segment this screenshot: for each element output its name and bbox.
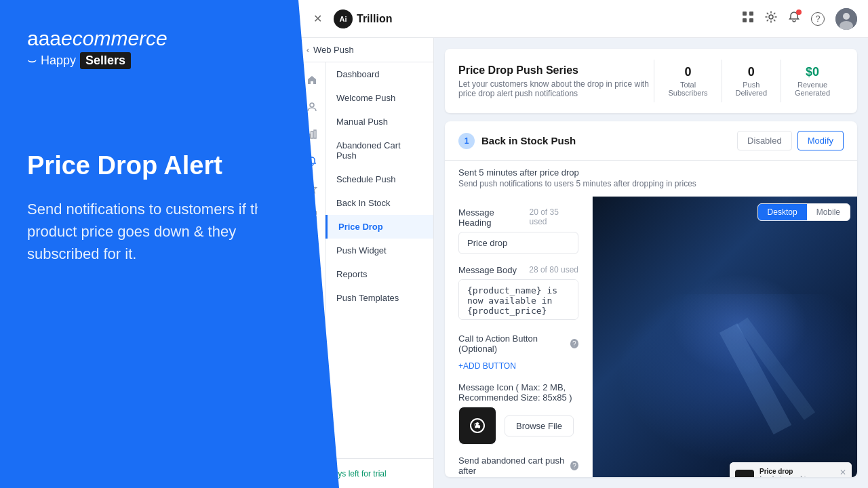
header-card: Price Drop Push Series Let your customer… (445, 49, 857, 113)
top-bar-icons: ? (742, 8, 857, 30)
cta-info-icon[interactable]: ? (570, 339, 578, 348)
browse-file-button[interactable]: Browse File (505, 415, 574, 436)
push-card: 1 Back in Stock Push Disabled Modify Sen… (445, 121, 857, 477)
message-heading-input[interactable] (458, 232, 578, 254)
main-content: ‹ Web Push (298, 38, 868, 488)
message-body-label: Message Body (458, 265, 517, 275)
disabled-button[interactable]: Disabled (737, 131, 792, 150)
sidebar-item-back-in-stock[interactable]: Back In Stock (326, 191, 433, 215)
sidebar-item-abandoned-cart-push[interactable]: Abandoned Cart Push (326, 134, 433, 167)
push-card-title: 1 Back in Stock Push (458, 133, 576, 149)
sidebar-item-welcome-push[interactable]: Welcome Push (326, 86, 433, 110)
brand-aaa: aaa (27, 27, 61, 50)
stat-subscribers: 0 Total Subscribers (654, 60, 721, 102)
hero-description: Send notifications to customers if the p… (27, 198, 271, 265)
close-button[interactable]: ✕ (309, 11, 326, 27)
abandoned-info-icon[interactable]: ? (570, 461, 578, 470)
svg-rect-0 (743, 12, 747, 16)
web-push-button[interactable]: ‹ Web Push (298, 38, 433, 62)
form-group-icon: Message Icon ( Max: 2 MB, Recommended Si… (458, 382, 578, 445)
preview-tabs: Desktop Mobile (757, 203, 850, 221)
svg-rect-11 (314, 130, 316, 138)
header-stats: 0 Total Subscribers 0 Push Delivered $0 … (654, 60, 844, 102)
sidebar-item-price-drop[interactable]: Price Drop (326, 215, 433, 239)
sidebar-item-reports[interactable]: Reports (326, 262, 433, 286)
push-card-actions: Disabled Modify (737, 131, 844, 150)
modify-button[interactable]: Modify (797, 131, 844, 150)
push-notification: % Price drop {product_name} is now avail… (730, 462, 852, 477)
stat-delivered-label: Push Delivered (736, 81, 767, 97)
sidebar-menu: Dashboard Welcome Push Manual Push Aband… (326, 62, 433, 458)
top-bar: ✕ Ai Trillion (298, 0, 868, 38)
stat-subscribers-value: 0 (668, 65, 707, 79)
ai-logo-text: Ai (340, 15, 347, 23)
message-heading-label: Message Heading (458, 207, 529, 228)
ai-trillion-logo: Ai Trillion (334, 9, 392, 28)
svg-rect-3 (749, 18, 753, 22)
bell-icon[interactable] (788, 11, 800, 26)
sidebar-item-dashboard[interactable]: Dashboard (326, 62, 433, 86)
close-icon: ✕ (313, 12, 322, 25)
push-card-body: Message Heading 20 of 35 used Message Bo… (445, 197, 857, 477)
push-notif-close-icon[interactable]: ✕ (840, 468, 846, 477)
avatar[interactable] (835, 8, 857, 30)
cta-label-text: Call to Action Button (Optional) (458, 333, 566, 354)
brand-smile: ⌣ (27, 52, 37, 69)
desktop-glow (672, 274, 808, 375)
add-button-link[interactable]: +ADD BUTTON (458, 361, 516, 371)
stat-delivered: 0 Push Delivered (722, 60, 781, 102)
push-card-subtitle: Sent 5 minutes after price drop (445, 161, 857, 179)
left-panel: aaa ecommerce ⌣ Happy Sellers Price Drop… (0, 0, 298, 488)
brand-happy: Happy (41, 54, 76, 68)
settings-icon[interactable] (765, 11, 777, 26)
push-card-title-text: Back in Stock Push (481, 135, 576, 146)
ai-logo-circle: Ai (334, 9, 353, 28)
svg-text:%: % (475, 422, 481, 430)
tab-desktop[interactable]: Desktop (758, 204, 807, 220)
icon-preview: % (458, 407, 496, 445)
svg-rect-19 (593, 294, 857, 477)
svg-text:%: % (742, 476, 747, 477)
tab-mobile[interactable]: Mobile (807, 204, 850, 220)
push-notif-body: {product_name} is now available in {prod… (760, 475, 834, 477)
preview-area: Desktop Mobile (593, 197, 857, 477)
series-title: Price Drop Push Series (458, 64, 654, 77)
stat-revenue-value: $0 (795, 65, 830, 79)
push-notif-title: Price drop (760, 468, 834, 475)
grid-icon[interactable] (742, 11, 754, 26)
push-notif-icon: % (735, 470, 754, 477)
stat-revenue: $0 Revenue Generated (781, 60, 844, 102)
svg-line-21 (742, 321, 810, 416)
svg-line-20 (728, 328, 783, 430)
series-description: Let your customers know about the drop i… (458, 79, 654, 98)
message-body-chars: 28 of 80 used (529, 265, 578, 275)
form-group-cta: Call to Action Button (Optional) ? +ADD … (458, 333, 578, 371)
sidebar-item-manual-push[interactable]: Manual Push (326, 110, 433, 134)
sidebar-item-push-templates[interactable]: Push Templates (326, 286, 433, 310)
sidebar-item-schedule-push[interactable]: Schedule Push (326, 167, 433, 191)
stat-revenue-label: Revenue Generated (795, 81, 830, 97)
hero-title: Price Drop Alert (27, 150, 271, 182)
message-body-textarea[interactable]: {product_name} is now available in {prod… (458, 279, 578, 320)
content-area: Price Drop Push Series Let your customer… (434, 38, 868, 488)
stat-delivered-value: 0 (736, 65, 767, 79)
svg-rect-1 (749, 12, 753, 16)
sidebar-item-push-widget[interactable]: Push Widget (326, 239, 433, 262)
svg-rect-10 (311, 131, 313, 138)
brand-name: Trillion (357, 13, 392, 25)
chevron-left-icon: ‹ (307, 45, 309, 55)
form-label-body: Message Body 28 of 80 used (458, 265, 578, 275)
stat-subscribers-label: Total Subscribers (668, 81, 707, 97)
help-icon[interactable]: ? (811, 12, 825, 26)
form-group-abandoned: Send abandoned cart push after ? 5 Minut… (458, 455, 578, 477)
push-card-header: 1 Back in Stock Push Disabled Modify (445, 121, 857, 161)
svg-point-8 (310, 103, 314, 107)
form-label-heading: Message Heading 20 of 35 used (458, 207, 578, 228)
svg-rect-2 (743, 18, 747, 22)
push-form: Message Heading 20 of 35 used Message Bo… (445, 197, 593, 477)
form-group-body: Message Body 28 of 80 used {product_name… (458, 265, 578, 323)
abandoned-label-text: Send abandoned cart push after (458, 455, 566, 476)
brand-logo: aaa ecommerce ⌣ Happy Sellers (27, 27, 271, 69)
push-notif-header: % Price drop {product_name} is now avail… (730, 462, 852, 477)
abandoned-label: Send abandoned cart push after ? (458, 455, 578, 476)
